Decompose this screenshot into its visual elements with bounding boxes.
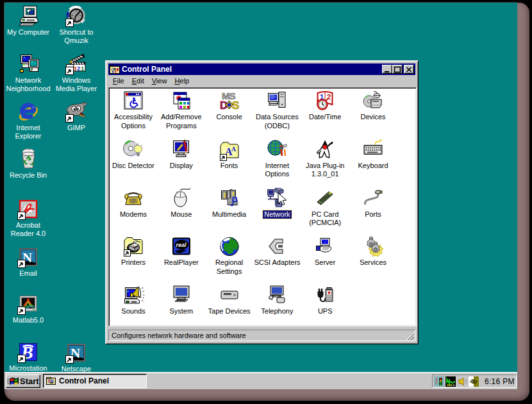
svg-text:A: A xyxy=(231,146,237,153)
svg-text:1: 1 xyxy=(81,65,85,72)
svg-text:real: real xyxy=(176,242,187,248)
svg-text:2: 2 xyxy=(77,65,80,72)
